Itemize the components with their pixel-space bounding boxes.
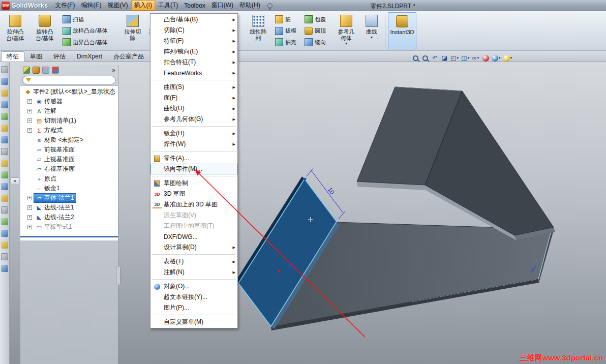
- reference-geometry-button[interactable]: 参考几 何体 ▼: [332, 12, 360, 49]
- tree-item-sheet-metal1[interactable]: ⌐钣金1: [20, 184, 118, 193]
- tree-filter-box[interactable]: [22, 76, 116, 84]
- previous-view-icon[interactable]: ↶: [431, 54, 439, 63]
- menu-item-part[interactable]: 零件(A)...: [150, 153, 237, 164]
- left-toolbar-icon[interactable]: [1, 253, 8, 260]
- mirror-button[interactable]: 镜向: [303, 37, 330, 48]
- menu-tools[interactable]: 工具(T): [155, 0, 181, 11]
- dropdown-arrow-icon[interactable]: ▼: [345, 42, 348, 46]
- tree-item-material[interactable]: ≡材质 <未指定>: [20, 135, 118, 145]
- tree-item-top-plane[interactable]: ▱上视基准面: [20, 155, 118, 164]
- left-toolbar-icon[interactable]: [1, 206, 8, 214]
- left-toolbar-icon[interactable]: [1, 160, 8, 167]
- tab-dimxpert[interactable]: DimXpert: [71, 51, 108, 62]
- menu-item-boss-base[interactable]: 凸台/基体(B)▶: [150, 14, 237, 25]
- menu-item-picture[interactable]: 图片(P)...: [150, 302, 237, 313]
- left-toolbar-icon[interactable]: [1, 78, 8, 85]
- toolbar-flyout-button[interactable]: ▼: [11, 177, 19, 185]
- linear-pattern-button[interactable]: 线性阵 列: [245, 12, 271, 49]
- menu-item-hyperlink[interactable]: 超文本链接(Y)...: [150, 292, 237, 302]
- shell-button[interactable]: 抽壳: [274, 37, 300, 48]
- left-toolbar-icon[interactable]: [1, 101, 8, 108]
- curves-button[interactable]: 曲线 ▼: [361, 12, 382, 49]
- left-toolbar-icon[interactable]: [1, 148, 8, 155]
- left-toolbar-icon[interactable]: [1, 218, 8, 225]
- menu-item-tables[interactable]: 表格(T)▶: [150, 256, 237, 267]
- expand-icon[interactable]: +: [27, 215, 32, 220]
- tree-item-edge-flange1[interactable]: + ◣边线-法兰1: [20, 203, 118, 213]
- menu-item-fastening-feature[interactable]: 扣合特征(T)▶: [150, 57, 237, 68]
- tree-item-base-flange1[interactable]: + ▱基体-法兰1: [20, 193, 118, 203]
- featuremanager-tab-icon[interactable]: [23, 67, 30, 74]
- tree-item-annotations[interactable]: + A注解: [20, 106, 118, 116]
- menu-item-customize-menu[interactable]: 自定义菜单(M): [150, 317, 237, 327]
- menu-item-curve[interactable]: 曲线(U)▶: [150, 103, 237, 114]
- expand-icon[interactable]: +: [27, 225, 32, 229]
- lofted-boss-button[interactable]: 放样凸台/基体: [61, 25, 119, 37]
- menu-item-face[interactable]: 面(F)▶: [150, 93, 237, 103]
- menu-item-reference-geometry[interactable]: 参考几何体(G)▶: [150, 114, 237, 125]
- hide-show-items-icon[interactable]: ∞▼: [472, 54, 480, 63]
- zoom-area-icon[interactable]: [421, 54, 429, 63]
- display-style-icon[interactable]: ◫▼: [461, 54, 470, 63]
- expand-icon[interactable]: +: [27, 205, 32, 210]
- rollback-bar[interactable]: [20, 236, 118, 237]
- left-toolbar-icon[interactable]: [1, 265, 8, 272]
- left-toolbar-icon[interactable]: [1, 125, 8, 132]
- expand-icon[interactable]: +: [27, 128, 32, 133]
- tree-item-part-root[interactable]: ◆零件2 (默认<<默认>_显示状态: [20, 87, 118, 97]
- section-view-icon[interactable]: ◪: [441, 54, 448, 63]
- menu-item-object[interactable]: 对象(O)...: [150, 281, 237, 292]
- menu-item-surface[interactable]: 曲面(S)▶: [150, 82, 237, 93]
- revolved-boss-button[interactable]: 旋转凸 台/基体: [31, 12, 59, 49]
- menu-help[interactable]: 帮助(H): [236, 0, 263, 11]
- dropdown-arrow-icon[interactable]: ▼: [370, 36, 374, 40]
- tree-item-edge-flange2[interactable]: + ◣边线-法兰2: [20, 213, 118, 222]
- expand-icon[interactable]: +: [27, 118, 32, 123]
- left-toolbar-icon[interactable]: [1, 66, 8, 73]
- menu-item-3d-sketch-on-plane[interactable]: 3D基准面上的 3D 草图: [150, 199, 237, 210]
- menu-item-featureworks[interactable]: FeatureWorks▶: [150, 68, 237, 78]
- view-settings-icon[interactable]: ▼: [503, 54, 513, 63]
- menu-item-design-study[interactable]: 设计算例(D)▶: [150, 242, 237, 253]
- left-toolbar-icon[interactable]: [1, 195, 8, 202]
- zoom-fit-icon[interactable]: [412, 54, 419, 63]
- expand-icon[interactable]: +: [27, 109, 32, 113]
- tree-item-sensors[interactable]: + ◉传感器: [20, 97, 118, 106]
- panel-expand-icon[interactable]: »: [112, 67, 115, 74]
- dimxpertmanager-tab-icon[interactable]: [52, 67, 59, 74]
- tree-item-origin[interactable]: +原点: [20, 174, 118, 184]
- left-toolbar-icon[interactable]: [1, 183, 8, 190]
- tab-sketch[interactable]: 草图: [24, 51, 48, 62]
- menu-file[interactable]: 文件(F): [52, 0, 78, 11]
- tree-item-equations[interactable]: + Σ方程式: [20, 126, 118, 135]
- swept-boss-button[interactable]: 扫描: [61, 14, 119, 25]
- instant3d-button[interactable]: Instant3D: [388, 12, 416, 49]
- menu-item-dxf-dwg[interactable]: DXF/DWG...: [150, 231, 237, 242]
- left-toolbar-icon[interactable]: [1, 241, 8, 249]
- left-toolbar-icon[interactable]: [1, 113, 8, 120]
- menu-item-annotations[interactable]: 注解(N)▶: [150, 267, 237, 278]
- left-toolbar-icon[interactable]: [1, 136, 8, 143]
- left-toolbar-icon[interactable]: [1, 89, 8, 97]
- tree-item-front-plane[interactable]: ▱前视基准面: [20, 145, 118, 155]
- tree-item-right-plane[interactable]: ▱右视基准面: [20, 164, 118, 174]
- propertymanager-tab-icon[interactable]: [33, 67, 40, 74]
- configurationmanager-tab-icon[interactable]: [42, 67, 49, 74]
- left-toolbar-icon[interactable]: [1, 230, 8, 237]
- tree-item-cut-list[interactable]: + ▤切割清单(1): [20, 116, 118, 126]
- menu-window[interactable]: 窗口(W): [208, 0, 236, 11]
- tree-filter-input[interactable]: [34, 77, 112, 83]
- menu-item-features[interactable]: 特征(F)▶: [150, 36, 237, 46]
- menu-item-3d-sketch[interactable]: 3D3D 草图: [150, 189, 237, 199]
- menu-item-sheet-metal[interactable]: 钣金(H)▶: [150, 128, 237, 139]
- wrap-button[interactable]: 包覆: [303, 14, 330, 25]
- menu-item-pattern-mirror[interactable]: 阵列/镜向(E)▶: [150, 46, 237, 57]
- draft-button[interactable]: 拔模: [274, 25, 300, 37]
- menu-item-cut[interactable]: 切除(C)▶: [150, 25, 237, 36]
- view-orientation-icon[interactable]: ◰▼: [450, 54, 459, 63]
- tab-evaluate[interactable]: 评估: [48, 51, 71, 62]
- apply-scene-icon[interactable]: ▼: [492, 54, 501, 63]
- tab-features[interactable]: 特征: [1, 51, 24, 62]
- menu-item-sketch[interactable]: 草图绘制: [150, 178, 237, 189]
- menu-pin-icon[interactable]: [267, 3, 272, 8]
